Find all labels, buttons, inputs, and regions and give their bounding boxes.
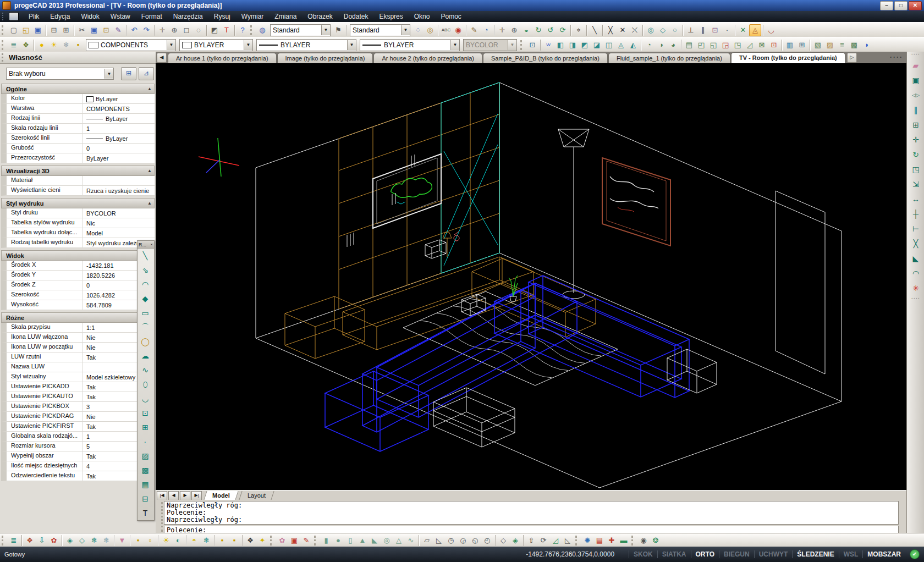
lights-icon[interactable]: ▨: [824, 39, 836, 51]
quick-select-button[interactable]: ⊿: [139, 67, 154, 80]
property-value[interactable]: ByLayer: [83, 153, 155, 163]
document-tab[interactable]: Ar house 1 (tylko do przeglądania): [168, 53, 277, 63]
coffee-table-wireframe[interactable]: [433, 349, 717, 447]
menu-item-wstaw[interactable]: Wstaw: [105, 12, 136, 21]
tab-nav-previous-button[interactable]: ◀: [168, 491, 179, 500]
plot-style-icon[interactable]: ◩: [208, 24, 221, 36]
layer-on-icon[interactable]: ●: [36, 39, 48, 51]
zoom-previous-icon[interactable]: ◌: [193, 24, 205, 36]
menu-item-obrazek[interactable]: Obrazek: [302, 12, 338, 21]
drawing-canvas[interactable]: [156, 63, 906, 490]
print-preview-icon[interactable]: ⊞: [60, 24, 72, 36]
extrude-2-icon[interactable]: ⇧: [525, 535, 537, 547]
solid-torus-icon[interactable]: ◎: [381, 535, 393, 547]
snap-insert-icon[interactable]: ⊡: [709, 24, 721, 36]
floor-lamp-wireframe[interactable]: [558, 129, 589, 299]
cad-wireframe-drawing[interactable]: [156, 63, 906, 490]
properties-panel-header[interactable]: Własność: [0, 52, 156, 64]
spline-icon[interactable]: ∿: [138, 363, 153, 377]
mesh-edge-icon[interactable]: ◴: [481, 535, 493, 547]
layer-freeze-icon[interactable]: ❄: [60, 39, 72, 51]
orbit-rt-icon[interactable]: ⟳: [557, 24, 569, 36]
toolbar-grip[interactable]: [2, 25, 6, 35]
orbit-continuous-icon[interactable]: ◑: [655, 39, 667, 51]
toolbar-grip[interactable]: [520, 40, 525, 50]
cut-icon[interactable]: ✂: [76, 24, 88, 36]
shelving-unit-wireframe[interactable]: [285, 82, 596, 359]
pan-realtime-icon[interactable]: ✛: [156, 24, 168, 36]
chamfer-icon[interactable]: ◣: [908, 251, 923, 266]
explode-icon[interactable]: ✳: [908, 281, 923, 296]
fillet-icon[interactable]: ◠: [908, 266, 923, 281]
layer-match-icon[interactable]: ❖: [24, 535, 36, 547]
room-wireframe[interactable]: [256, 82, 842, 488]
layer-vpfreeze-icon[interactable]: ◐: [172, 535, 184, 547]
lineweight-combo[interactable]: BYLAYER ▼: [360, 39, 460, 51]
orbit-constrained-icon[interactable]: ◕: [667, 39, 679, 51]
layer-delete-icon[interactable]: ❄: [200, 535, 212, 547]
property-value[interactable]: COMPONENTS: [83, 104, 155, 113]
dim-style-flag-icon[interactable]: ⚑: [332, 24, 344, 36]
make-block-icon[interactable]: ⊞: [138, 420, 153, 434]
plot-icon[interactable]: ⊟: [48, 24, 60, 36]
ellipse-icon[interactable]: ⬯: [138, 377, 153, 392]
chevron-down-icon[interactable]: ▼: [167, 40, 175, 50]
status-ok-icon[interactable]: ✔: [910, 549, 920, 559]
toolbar-grip[interactable]: [270, 536, 274, 546]
close-icon[interactable]: ×: [150, 242, 153, 247]
solid-slice-icon[interactable]: ◳: [732, 39, 744, 51]
property-value[interactable]: Nic: [83, 218, 155, 228]
layout-tab-model[interactable]: Model: [204, 491, 238, 500]
solid-section-icon[interactable]: ◿: [744, 39, 756, 51]
snap-magnet-icon[interactable]: ◡: [765, 24, 777, 36]
quick-dim-icon[interactable]: ✎: [300, 535, 312, 547]
document-tab[interactable]: Image (tylko do przeglądania): [277, 53, 373, 63]
pan-hand-icon[interactable]: ✛: [496, 24, 508, 36]
toggle-uchwyt[interactable]: UCHWYT: [754, 550, 793, 558]
layer-unlock-2-icon[interactable]: ▫: [144, 535, 156, 547]
tab-nav-next-button[interactable]: ▶: [180, 491, 190, 500]
render-shade-icon[interactable]: ⊞: [796, 39, 808, 51]
ucs-icon-toggle-icon[interactable]: ⊡: [526, 39, 538, 51]
layout-tab-layout[interactable]: Layout: [239, 491, 274, 500]
section-header[interactable]: Ogólne▲: [1, 84, 155, 94]
mesh-revolve-icon[interactable]: ◷: [445, 535, 457, 547]
array-icon[interactable]: ⊞: [908, 118, 923, 133]
tab-overflow-handle[interactable]: ····: [890, 53, 906, 63]
minimize-button[interactable]: –: [880, 1, 893, 10]
line-icon[interactable]: ╲: [138, 249, 153, 263]
remove-light-icon[interactable]: ▬: [618, 535, 630, 547]
sofa-wireframe[interactable]: [325, 276, 689, 451]
view-left-icon[interactable]: ◩: [579, 39, 591, 51]
erase-icon[interactable]: ▰: [908, 58, 923, 73]
layer-current-icon[interactable]: ⇩: [36, 535, 48, 547]
snap-quadrant-icon[interactable]: ◇: [657, 24, 669, 36]
break-icon[interactable]: ╳: [908, 236, 923, 251]
find-text-icon[interactable]: ◉: [452, 24, 464, 36]
layer-off-2-icon[interactable]: ▼: [116, 535, 128, 547]
snap-parallel-icon[interactable]: ∥: [697, 24, 709, 36]
property-value[interactable]: 0: [83, 144, 155, 153]
select-entities-button[interactable]: ⊞: [121, 67, 136, 80]
etransmit-icon[interactable]: ◍: [256, 24, 268, 36]
solid-cylinder-icon[interactable]: ▯: [344, 535, 356, 547]
render-prefs-icon[interactable]: ◑: [860, 39, 872, 51]
copy-clip-icon[interactable]: ▣: [88, 24, 100, 36]
solid-union-icon[interactable]: ◰: [695, 39, 707, 51]
solid-box-icon[interactable]: ▮: [320, 535, 332, 547]
lengthen-icon[interactable]: ↔: [908, 192, 923, 207]
image-frame-icon[interactable]: ▣: [288, 535, 300, 547]
menu-item-pomoc[interactable]: Pomoc: [435, 12, 466, 21]
layer-copy-icon[interactable]: ▪: [216, 535, 228, 547]
zoom-rt-1-icon[interactable]: ↻: [532, 24, 544, 36]
snap-midpoint-icon[interactable]: ╲: [588, 24, 601, 36]
layer-states-icon[interactable]: ❖: [20, 39, 32, 51]
construction-line-icon[interactable]: ⇘: [138, 263, 153, 277]
property-value[interactable]: Model: [83, 228, 155, 238]
render-globe-icon[interactable]: ◔: [480, 24, 492, 36]
toggle-mobszar[interactable]: MOBSZAR: [862, 550, 905, 558]
multiline-text-icon[interactable]: T: [138, 506, 153, 520]
open-icon[interactable]: ◱: [20, 24, 32, 36]
layer-freeze-2-icon[interactable]: ❄: [88, 535, 100, 547]
menu-item-zmiana[interactable]: Zmiana: [269, 12, 302, 21]
